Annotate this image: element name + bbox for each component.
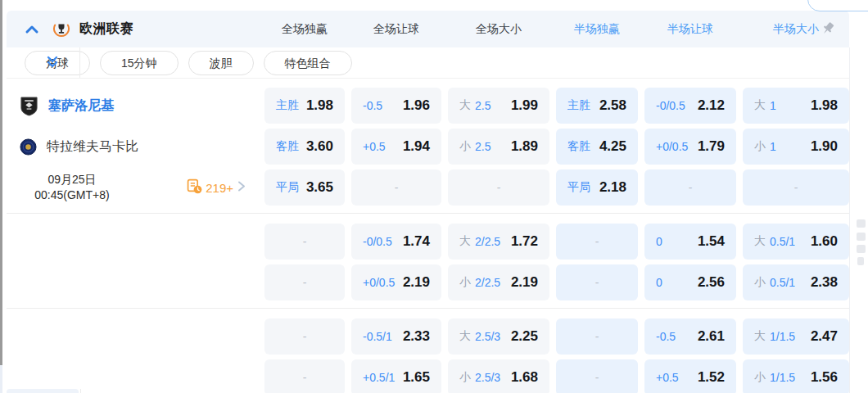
away-team-row[interactable]: 特拉维夫马卡比	[7, 129, 258, 165]
dash-placeholder: -	[595, 235, 599, 248]
odds-cell-disabled: -	[264, 224, 345, 260]
odds-selection: 平局	[567, 180, 590, 195]
odds-cell[interactable]: 01.54	[644, 224, 736, 260]
odds-selection: 小1	[754, 139, 776, 154]
odds-cell[interactable]: +0.51.52	[644, 359, 736, 393]
expand-markets-button[interactable]	[44, 54, 62, 72]
odds-selection: -0/0.5	[656, 99, 685, 112]
filter-pill-3[interactable]: 波胆	[188, 51, 254, 75]
odds-cell[interactable]: 大2.5/32.25	[448, 318, 549, 355]
odds-cell[interactable]: 小2/2.52.19	[448, 264, 549, 300]
column-header-5[interactable]: 半场让球	[644, 22, 736, 37]
odds-cell[interactable]: 大2.51.99	[448, 88, 549, 124]
away-team-name: 特拉维夫马卡比	[47, 138, 138, 156]
odds-label: +0/0.5	[656, 140, 688, 153]
column-header-4[interactable]: 半场独赢	[556, 22, 638, 37]
dash-placeholder: -	[497, 181, 501, 194]
odds-label: 2.5/3	[475, 330, 500, 343]
odds-value: 1.74	[403, 233, 430, 250]
dash-placeholder: -	[303, 276, 307, 289]
odds-cell[interactable]: 大0.5/11.60	[743, 224, 849, 260]
odds-cell[interactable]: -0/0.51.74	[351, 224, 441, 260]
odds-label: 0	[656, 276, 662, 289]
odds-selection: 大0.5/1	[754, 234, 795, 249]
odds-cell[interactable]: 02.56	[644, 264, 736, 300]
dash-placeholder: -	[595, 330, 599, 343]
odds-selection: 客胜	[567, 139, 590, 154]
pin-button[interactable]	[820, 20, 836, 37]
odds-cell-disabled: -	[448, 169, 549, 206]
collapse-league-button[interactable]	[23, 20, 41, 38]
ou-prefix: 小	[754, 139, 766, 154]
odds-cell[interactable]: +0.51.94	[351, 129, 441, 165]
scrollbar-thumb[interactable]	[0, 0, 2, 365]
filter-pill-2[interactable]: 15分钟	[100, 51, 179, 75]
odds-cell[interactable]: 主胜1.98	[264, 88, 345, 124]
empty-left-cell	[7, 264, 258, 300]
odds-group-1: 塞萨洛尼基主胜1.98-0.51.96大2.51.99主胜2.58-0/0.52…	[7, 78, 849, 214]
dash-placeholder: -	[689, 181, 693, 194]
next-match-partial-row	[7, 389, 849, 393]
odds-value: 2.33	[403, 328, 430, 345]
odds-selection: 小2.5/3	[459, 370, 500, 385]
ou-prefix: 小	[459, 139, 471, 154]
scrollbar-track[interactable]	[0, 0, 2, 393]
home-team-row[interactable]: 塞萨洛尼基	[7, 88, 258, 124]
odds-value: 2.38	[811, 274, 838, 291]
column-header-1[interactable]: 全场独赢	[264, 22, 345, 37]
odds-value: 1.54	[698, 233, 725, 250]
odds-cell[interactable]: +0/0.51.79	[644, 129, 736, 165]
odds-label: -0.5	[363, 99, 382, 112]
odds-cell[interactable]: -0.51.96	[351, 88, 441, 124]
odds-label: 客胜	[567, 139, 590, 154]
odds-row: 塞萨洛尼基主胜1.98-0.51.96大2.51.99主胜2.58-0/0.52…	[7, 88, 849, 124]
odds-cell[interactable]: -0.5/12.33	[351, 318, 441, 355]
odds-cell[interactable]: 小0.5/12.38	[743, 264, 849, 300]
odds-cell[interactable]: -0/0.52.12	[644, 88, 736, 124]
cut-off-top-button[interactable]	[807, 0, 868, 11]
odds-selection: 大2/2.5	[459, 234, 500, 249]
odds-cell[interactable]: 主胜2.58	[556, 88, 638, 124]
odds-value: 2.12	[698, 97, 725, 114]
ou-prefix: 大	[459, 98, 471, 113]
odds-cell-disabled: -	[264, 318, 345, 355]
odds-label: 主胜	[567, 98, 590, 113]
ou-prefix: 小	[459, 370, 471, 385]
odds-selection: 大2.5/3	[459, 329, 500, 344]
dash-placeholder: -	[303, 371, 307, 384]
odds-cell[interactable]: 平局2.18	[556, 169, 638, 206]
odds-cell[interactable]: 平局3.65	[264, 169, 345, 206]
more-markets-link[interactable]: 219+	[187, 178, 246, 197]
odds-cell[interactable]: 大2/2.51.72	[448, 224, 549, 260]
odds-label: -0.5/1	[363, 330, 392, 343]
markets-list-icon	[187, 178, 202, 194]
vertical-divider	[79, 47, 80, 78]
odds-cell[interactable]: 小11.90	[743, 129, 849, 165]
column-header-3[interactable]: 全场大小	[448, 22, 549, 37]
filter-pill-4[interactable]: 特色组合	[264, 51, 352, 75]
double-chevron-down-icon	[44, 54, 61, 70]
odds-cell-disabled: -	[351, 169, 441, 206]
odds-cell[interactable]: 大1/1.52.47	[743, 318, 849, 355]
odds-cell[interactable]: 大11.98	[743, 88, 849, 124]
odds-cell[interactable]: +0.5/11.65	[351, 359, 441, 393]
odds-cell[interactable]: 客胜4.25	[556, 129, 638, 165]
odds-cell[interactable]: 小1/1.51.56	[743, 359, 849, 393]
odds-cell[interactable]: 小2.51.89	[448, 129, 549, 165]
odds-value: 1.89	[511, 138, 538, 155]
ou-prefix: 大	[754, 98, 766, 113]
odds-selection: -0.5	[363, 99, 382, 112]
odds-value: 1.98	[306, 97, 333, 114]
odds-cell[interactable]: -0.52.61	[644, 318, 736, 355]
odds-cell[interactable]: +0/0.52.19	[351, 264, 441, 300]
column-header-2[interactable]: 全场让球	[351, 22, 441, 37]
odds-label: 客胜	[276, 139, 299, 154]
odds-label: 0.5/1	[770, 276, 795, 289]
odds-cell[interactable]: 小2.5/31.68	[448, 359, 549, 393]
odds-selection: 客胜	[276, 139, 299, 154]
league-header: 欧洲联赛 全场独赢全场让球全场大小半场独赢半场让球半场大小	[7, 11, 849, 47]
odds-value: 4.25	[599, 138, 626, 155]
odds-selection: 大2.5	[459, 98, 491, 113]
odds-cell[interactable]: 客胜3.60	[264, 129, 345, 165]
odds-label: 2.5/3	[475, 371, 500, 384]
